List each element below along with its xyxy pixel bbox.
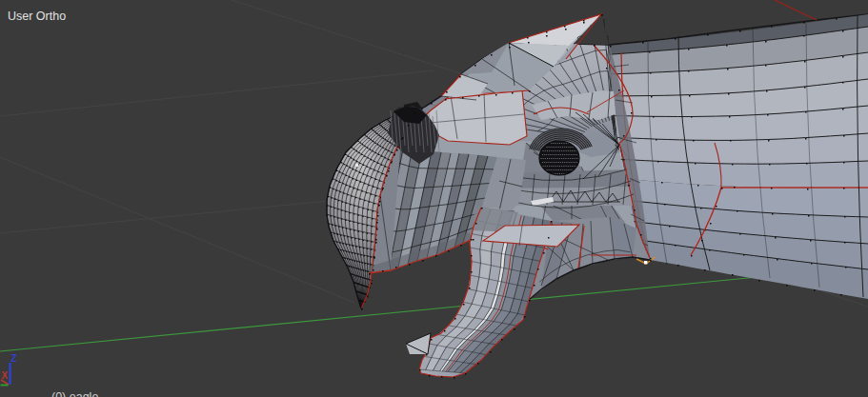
- svg-text:(0) eagle: (0) eagle: [51, 390, 98, 397]
- svg-text:Z: Z: [11, 353, 17, 364]
- svg-text:X: X: [2, 370, 9, 381]
- svg-text:User Ortho: User Ortho: [8, 10, 66, 23]
